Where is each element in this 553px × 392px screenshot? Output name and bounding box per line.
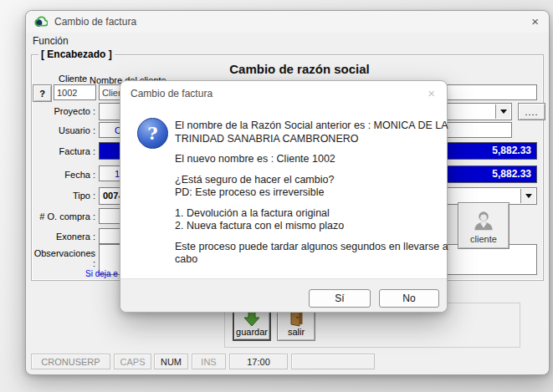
dialog-title: Cambio de factura [131, 88, 212, 99]
cliente-code-input[interactable] [54, 84, 96, 100]
cliente-column-label: Cliente [59, 74, 87, 84]
no-button[interactable]: No [379, 289, 439, 308]
proyecto-label: Proyecto : [32, 106, 95, 116]
dialog-line: PD: Este proceso es irreversible [175, 186, 438, 200]
dialog-line: 2. Nueva factura con el mismo plazo [175, 220, 438, 233]
cliente-picker-label: cliente [470, 234, 497, 244]
dialog-line: Este proceso puede tardar algunos segund… [175, 241, 438, 254]
guardar-label: guardar [236, 327, 268, 337]
salir-label: salir [288, 327, 305, 337]
window-close-icon[interactable]: × [531, 14, 539, 29]
observaciones-hint: Si deja e [85, 269, 118, 278]
yes-button[interactable]: Sí [309, 289, 371, 308]
titlebar: Cambio de factura × [26, 11, 549, 33]
proyecto-browse-button[interactable]: .... [518, 103, 545, 120]
dialog-line: TRINIDAD SANABRIA CAMBRONERO [175, 133, 438, 146]
tipo-label: Tipo : [32, 191, 95, 201]
dialog-line: El nombre de la Razón Social anterior es… [175, 120, 438, 133]
exonera-label: Exonera : [32, 232, 95, 242]
cliente-lookup-button[interactable]: ? [33, 84, 52, 102]
dialog-line: cabo [175, 253, 438, 267]
status-caps: CAPS [114, 354, 151, 369]
person-icon [471, 208, 496, 233]
ocompra-label: # O. compra : [32, 211, 95, 221]
dialog-close-icon[interactable]: × [428, 86, 435, 100]
statusbar: CRONUSERP CAPS NUM INS 17:00 [26, 354, 549, 372]
status-empty [291, 354, 375, 369]
menu-funcion[interactable]: Función [26, 33, 75, 49]
status-num: NUM [154, 354, 188, 369]
status-time: 17:00 [229, 354, 288, 369]
question-icon: ? [137, 118, 168, 149]
status-user: CRONUSERP [31, 354, 110, 369]
app-cloud-icon [34, 15, 48, 28]
dialog-line: ¿Está seguro de hacer el cambio? [175, 174, 438, 187]
confirmation-dialog: Cambio de factura × ? El nombre de la Ra… [120, 80, 448, 313]
observaciones-label: Observaciones : [32, 248, 95, 268]
dialog-message: El nombre de la Razón Social anterior es… [175, 120, 438, 267]
groupbox-title: [ Encabezado ] [38, 48, 115, 60]
usuario-label: Usuario : [32, 125, 95, 135]
menubar: Función [26, 33, 549, 49]
status-ins: INS [192, 354, 226, 369]
proyecto-dropdown-icon[interactable] [495, 104, 510, 119]
dialog-line: El nuevo nombre es : Cliente 1002 [175, 153, 438, 166]
tipo-dropdown-icon[interactable] [520, 189, 535, 203]
cliente-picker-button[interactable]: cliente [458, 202, 509, 249]
factura-label: Factura : [32, 146, 95, 156]
dialog-line: 1. Devolución a la factura original [175, 207, 438, 221]
fecha-label: Fecha : [32, 170, 95, 180]
window-title: Cambio de factura [54, 16, 136, 28]
page-title: Cambio de razón social [191, 62, 408, 76]
